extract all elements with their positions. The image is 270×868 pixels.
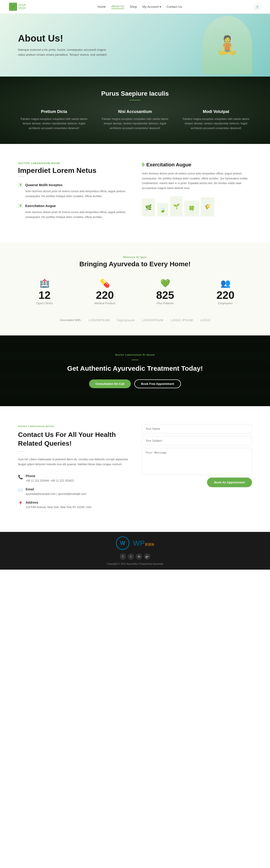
accordion-icon-1: 9 — [18, 182, 23, 187]
email-label: Email — [26, 488, 86, 491]
partner-4: LOGO IPSUM — [171, 318, 193, 322]
patient-label: Plus Patients — [139, 302, 192, 305]
cart-icon[interactable]: 🛒 — [254, 3, 261, 10]
submit-button[interactable]: Book An Appointment — [207, 477, 252, 487]
feature-desc-2: Pariatur magna excepteur voluptates nibh… — [99, 117, 171, 130]
phone-value: +00 11 222 333444, +00 11 222 333422 — [26, 479, 74, 483]
hero-image: 🧘 — [202, 14, 252, 76]
social-facebook[interactable]: f — [120, 553, 126, 560]
logo-text: AYUR VEDA — [19, 4, 26, 10]
hero-section: About Us! Natoque euismod a hic porta. A… — [0, 14, 270, 76]
email-value: ayurveda@example.com | ayurved@example.c… — [26, 492, 86, 496]
cta-buttons: Consultation On Call Book Free Appointme… — [89, 379, 181, 388]
phone-icon: 📞 — [18, 475, 23, 479]
copyright: Copyright © 2021 Ayurveda | Powered by A… — [18, 562, 252, 565]
contact-description: Sunt hic! Libero malesuada! Id praesent … — [18, 457, 128, 467]
stat-patients: 💚 825 Plus Patients — [139, 279, 192, 305]
clinic-label: Open Clinics — [18, 302, 71, 305]
product-label: Medical Product — [78, 302, 131, 305]
partner-2: logoipsum — [117, 318, 135, 322]
herb-2: 🍃 — [157, 203, 168, 216]
footer-watermark: W WP资源海 — [18, 536, 252, 550]
accordion-body-1: Anim ducimus dictum proin sit viverra cu… — [18, 189, 128, 199]
nav-link-about[interactable]: About Us — [111, 4, 125, 9]
phone-label: Phone — [26, 474, 74, 478]
address-info: 📍 Address 123 Fifth Avenue, New York, Ne… — [18, 501, 128, 509]
feature-desc-1: Pariatur magna excepteur voluptates nibh… — [18, 117, 90, 130]
cta-section: Auctor Laboriosum At Ipsum Get Authentic… — [0, 335, 270, 406]
consultation-button[interactable]: Consultation On Call — [89, 379, 131, 388]
feature-item-2: Nisi Accusantium Pariatur magna excepteu… — [99, 109, 171, 130]
features-divider — [129, 100, 141, 100]
stats-tag: Rhoncus At Quis — [18, 256, 252, 258]
subject-input[interactable] — [142, 436, 252, 445]
feature-title-3: Modi Volutpat — [180, 109, 252, 114]
cta-tag: Auctor Laboriosum At Ipsum — [115, 353, 155, 356]
name-input[interactable] — [142, 424, 252, 433]
stat-clinics: 🏥 12 Open Clinics — [18, 279, 71, 305]
social-google[interactable]: g+ — [144, 553, 150, 560]
logo[interactable]: 🌿 AYUR VEDA — [9, 3, 26, 11]
social-linkedin[interactable]: in — [136, 553, 142, 560]
nav-links: Home About Us Shop My Account ▾ Contact … — [98, 4, 182, 9]
partner-3: LOGOIPSUM — [142, 318, 164, 322]
about-left: Auctor Laboriosum Ipsum Imperdiet Lorem … — [18, 162, 128, 224]
contact-tag: Auctor Laboriosum Ipsum — [18, 424, 128, 429]
feature-item-3: Modi Volutpat Pariatur magna excepteur v… — [180, 109, 252, 130]
about-right-body: Anim ducimus dictum proin sit viverra cu… — [142, 171, 252, 191]
logo-icon: 🌿 — [9, 3, 17, 11]
nav-link-shop[interactable]: Shop — [130, 5, 137, 8]
navbar: 🌿 AYUR VEDA Home About Us Shop My Accoun… — [0, 0, 270, 14]
about-right: Exercitation Augue Anim ducimus dictum p… — [142, 162, 252, 224]
herb-3: 🌱 — [170, 196, 183, 216]
partners-row: Associated With: LOGOIPSUM logoipsum LOG… — [18, 318, 252, 322]
accordion-body-2: Anim ducimus dictum proin sit viverra cu… — [18, 210, 128, 220]
stat-products: 💊 220 Medical Product — [78, 279, 131, 305]
contact-form: Book An Appointment — [142, 424, 252, 487]
social-twitter[interactable]: t — [128, 553, 134, 560]
nav-link-contact[interactable]: Contact Us — [166, 5, 182, 8]
wp-logo: W — [116, 536, 129, 550]
address-label: Address — [26, 501, 91, 504]
address-value: 123 Fifth Avenue, New York, New York NY … — [26, 505, 91, 509]
accordion-item-1: 9 Quaerat Mollit Inceptos Anim ducimus d… — [18, 182, 128, 199]
about-divider — [18, 177, 25, 177]
herb-1: 🌿 — [142, 198, 155, 216]
feature-desc-3: Pariatur magna excepteur voluptates nibh… — [180, 117, 252, 130]
email-info: ✉️ Email ayurveda@example.com | ayurved@… — [18, 488, 128, 496]
feature-item-1: Pretium Dicta Pariatur magna excepteur v… — [18, 109, 90, 130]
feature-title-2: Nisi Accusantium — [99, 109, 171, 114]
employee-label: Employees — [199, 302, 252, 305]
clinic-icon: 🏥 — [18, 279, 71, 288]
book-appointment-button[interactable]: Book Free Appointment — [134, 379, 181, 388]
nav-link-home[interactable]: Home — [98, 5, 106, 8]
product-icon: 💊 — [78, 279, 131, 288]
features-grid: Pretium Dicta Pariatur magna excepteur v… — [18, 109, 252, 130]
accordion-header-1[interactable]: 9 Quaerat Mollit Inceptos — [18, 182, 128, 187]
stats-section: Rhoncus At Quis Bringing Ayurveda to Eve… — [0, 242, 270, 335]
address-icon: 📍 — [18, 501, 23, 506]
about-title: Imperdiet Lorem Netus — [18, 166, 128, 175]
social-links: f t in g+ — [18, 553, 252, 560]
feature-title-1: Pretium Dicta — [18, 109, 90, 114]
about-right-title: Exercitation Augue — [142, 162, 252, 168]
accordion-title-2: Exercitation Augue — [25, 204, 56, 208]
hero-title: About Us! — [18, 33, 108, 44]
features-title: Purus Saepiure Iaculis — [18, 90, 252, 97]
nav-link-account[interactable]: My Account ▾ — [142, 5, 161, 8]
footer: W WP资源海 f t in g+ Copyright © 2021 Ayurv… — [0, 532, 270, 569]
employee-icon: 👥 — [199, 279, 252, 288]
partners-label: Associated With: — [60, 318, 81, 322]
patient-number: 825 — [139, 290, 192, 301]
partner-1: LOGOIPSUM — [89, 318, 110, 322]
contact-section: Auctor Laboriosum Ipsum Contact Us For A… — [0, 406, 270, 532]
accordion-item-2: 9 Exercitation Augue Anim ducimus dictum… — [18, 203, 128, 220]
herb-5: 🌾 — [201, 197, 214, 216]
stats-title: Bringing Ayurveda to Every Home! — [18, 260, 252, 268]
hero-person-image: 🧘 — [202, 16, 252, 74]
accordion-header-2[interactable]: 9 Exercitation Augue — [18, 203, 128, 208]
message-input[interactable] — [142, 448, 252, 475]
cta-title: Get Authentic Ayurvedic Treatment Today! — [67, 365, 203, 372]
stats-grid: 🏥 12 Open Clinics 💊 220 Medical Product … — [18, 279, 252, 305]
email-icon: ✉️ — [18, 488, 23, 493]
